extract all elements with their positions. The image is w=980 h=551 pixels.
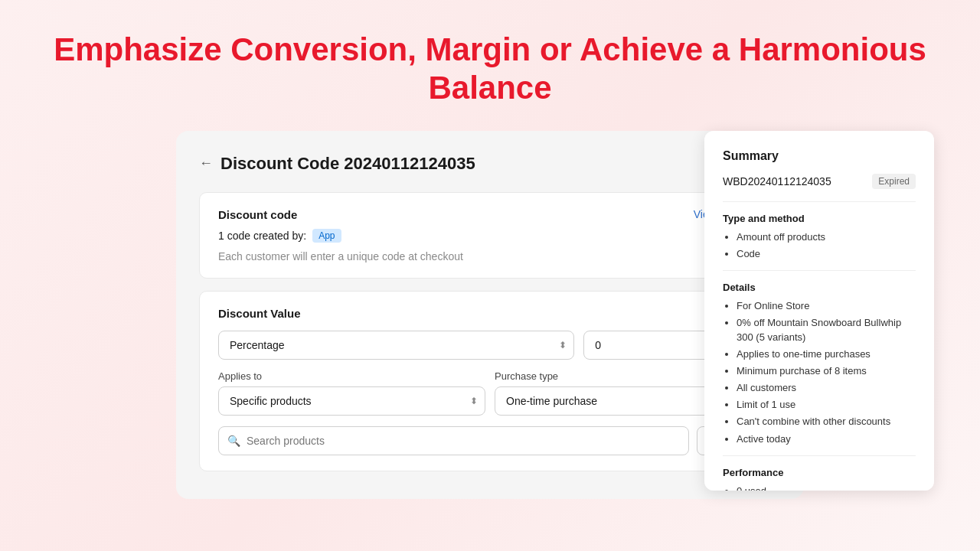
discount-value-title: Discount Value xyxy=(218,307,762,320)
summary-code-value: WBD20240112124035 xyxy=(723,175,831,187)
discount-type-select[interactable]: Percentage xyxy=(218,331,574,360)
list-item: 0 used xyxy=(737,484,916,491)
type-method-list: Amount off products Code xyxy=(723,230,916,261)
summary-title: Summary xyxy=(723,149,916,163)
list-item: Code xyxy=(737,247,916,261)
page-title: Discount Code 20240112124035 xyxy=(220,154,475,174)
summary-code-row: WBD20240112124035 Expired xyxy=(723,174,916,189)
list-item: For Online Store xyxy=(737,299,916,313)
hero-title: Emphasize Conversion, Margin or Achieve … xyxy=(0,0,980,131)
panel-header: ← Discount Code 20240112124035 xyxy=(199,154,781,174)
main-content: ← Discount Code 20240112124035 Discount … xyxy=(0,131,980,499)
section-header: Discount code View all codes xyxy=(218,208,762,221)
discount-code-section: Discount code View all codes 1 code crea… xyxy=(199,192,781,279)
code-created-row: 1 code created by: App xyxy=(218,229,762,243)
search-products-row: 🔍 Browse xyxy=(218,426,762,455)
back-arrow-icon[interactable]: ← xyxy=(199,155,213,171)
search-icon: 🔍 xyxy=(227,435,240,447)
performance-list: 0 used xyxy=(723,484,916,491)
app-badge: App xyxy=(312,229,341,243)
divider-2 xyxy=(723,270,916,271)
summary-panel: Summary WBD20240112124035 Expired Type a… xyxy=(704,131,934,491)
search-products-input[interactable] xyxy=(218,426,689,455)
code-hint: Each customer will enter a unique code a… xyxy=(218,250,762,262)
divider-1 xyxy=(723,201,916,202)
expired-badge: Expired xyxy=(872,174,916,189)
discount-type-row: Percentage ⬍ xyxy=(218,331,762,360)
applies-to-select[interactable]: Specific products xyxy=(218,386,485,416)
performance-title: Performance xyxy=(723,467,916,478)
code-created-text: 1 code created by: xyxy=(218,230,306,242)
discount-type-select-wrapper: Percentage ⬍ xyxy=(218,331,574,360)
divider-3 xyxy=(723,455,916,456)
discount-code-section-title: Discount code xyxy=(218,208,297,221)
list-item: All customers xyxy=(737,381,916,395)
list-item: 0% off Mountain Snowboard Bullwhip 300 (… xyxy=(737,316,916,344)
applies-row: Applies to Specific products ⬍ Purchase … xyxy=(218,370,762,416)
list-item: Limit of 1 use xyxy=(737,398,916,412)
details-list: For Online Store 0% off Mountain Snowboa… xyxy=(723,299,916,446)
applies-to-select-wrapper: Specific products ⬍ xyxy=(218,386,485,416)
list-item: Amount off products xyxy=(737,230,916,244)
list-item: Minimum purchase of 8 items xyxy=(737,364,916,378)
list-item: Can't combine with other discounts xyxy=(737,415,916,429)
applies-to-col: Applies to Specific products ⬍ xyxy=(218,370,485,416)
search-products-wrapper: 🔍 xyxy=(218,426,689,455)
details-title: Details xyxy=(723,282,916,293)
discount-value-section: Discount Value Percentage ⬍ Applies to S… xyxy=(199,291,781,471)
list-item: Applies to one-time purchases xyxy=(737,347,916,361)
type-method-title: Type and method xyxy=(723,213,916,224)
list-item: Active today xyxy=(737,432,916,446)
applies-to-label: Applies to xyxy=(218,370,485,382)
